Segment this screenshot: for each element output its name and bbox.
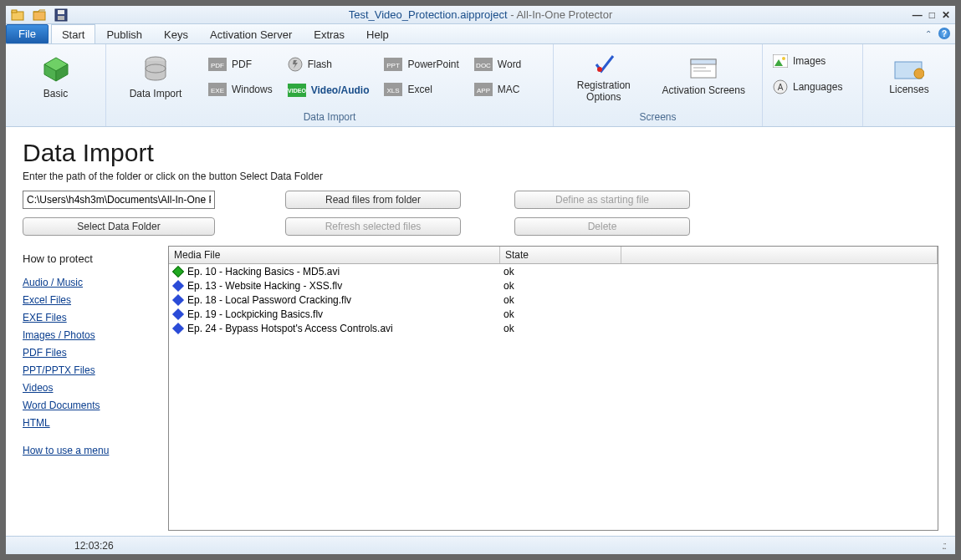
ribbon-basic-label: Basic xyxy=(43,88,68,99)
ribbon-data-import-label: Data Import xyxy=(130,88,182,99)
ribbon-activation-screens[interactable]: Activation Screens xyxy=(657,58,749,96)
file-type-icon xyxy=(172,279,184,291)
ribbon-windows[interactable]: EXEWindows xyxy=(208,83,273,96)
ribbon-data-import[interactable]: Data Import xyxy=(118,54,193,99)
ribbon-group-data-import-label: Data Import xyxy=(106,109,553,126)
app-window: Test_Video_Protection.aipproject - All-I… xyxy=(0,0,961,560)
status-time: 12:03:26 xyxy=(74,540,114,552)
table-row[interactable]: Ep. 13 - Website Hacking - XSS.flvok xyxy=(169,278,938,293)
col-empty xyxy=(621,247,938,263)
svg-text:EXE: EXE xyxy=(211,87,224,94)
link-images[interactable]: Images / Photos xyxy=(23,329,153,341)
menubar: File Start Publish Keys Activation Serve… xyxy=(6,24,955,44)
refresh-files-button[interactable]: Refresh selected files xyxy=(285,217,461,236)
file-type-icon xyxy=(172,322,184,333)
help-sidebar: How to protect Audio / Music Excel Files… xyxy=(23,246,153,531)
table-row[interactable]: Ep. 24 - Bypass Hotspot's Access Control… xyxy=(169,321,938,335)
col-state[interactable]: State xyxy=(500,247,621,263)
file-name: Ep. 19 - Lockpicking Basics.flv xyxy=(187,308,323,320)
file-menu-button[interactable]: File xyxy=(6,24,49,43)
table-row[interactable]: Ep. 10 - Hacking Basics - MD5.aviok xyxy=(169,264,938,278)
tab-help[interactable]: Help xyxy=(355,24,400,43)
ribbon-word[interactable]: DOCWord xyxy=(474,58,521,71)
svg-point-33 xyxy=(782,57,785,60)
ribbon-mac[interactable]: APPMAC xyxy=(474,83,521,96)
svg-text:PPT: PPT xyxy=(387,62,401,69)
ribbon-basic[interactable]: Basic xyxy=(18,54,94,99)
svg-text:XLS: XLS xyxy=(387,87,400,94)
file-name: Ep. 10 - Hacking Basics - MD5.avi xyxy=(187,266,340,277)
ribbon-registration-label: Registration Options xyxy=(577,79,631,103)
link-excel[interactable]: Excel Files xyxy=(23,294,153,306)
doc-icon: DOC xyxy=(474,58,493,71)
svg-text:APP: APP xyxy=(477,87,490,94)
link-html[interactable]: HTML xyxy=(23,417,153,429)
link-ppt[interactable]: PPT/PPTX Files xyxy=(23,364,153,376)
pdf-icon: PDF xyxy=(208,58,227,71)
svg-rect-4 xyxy=(58,10,64,14)
ribbon-powerpoint[interactable]: PPTPowerPoint xyxy=(384,58,458,71)
sidebar-heading: How to protect xyxy=(23,252,153,265)
ribbon-activation-label: Activation Screens xyxy=(662,84,745,96)
link-pdf[interactable]: PDF Files xyxy=(23,347,153,359)
svg-rect-1 xyxy=(12,10,17,13)
media-file-table: Media File State Ep. 10 - Hacking Basics… xyxy=(168,246,938,531)
svg-point-26 xyxy=(597,67,602,72)
lang-icon: A xyxy=(773,79,788,94)
ribbon-licenses[interactable]: Licenses xyxy=(875,59,943,95)
delete-button[interactable]: Delete xyxy=(514,217,690,236)
resize-grip-icon[interactable]: .:: xyxy=(942,540,945,552)
link-videos[interactable]: Videos xyxy=(23,382,153,394)
ribbon-languages[interactable]: ALanguages xyxy=(773,79,842,94)
ribbon-pdf[interactable]: PDFPDF xyxy=(208,58,273,71)
ribbon-images[interactable]: Images xyxy=(773,54,826,68)
tab-extras[interactable]: Extras xyxy=(303,24,355,43)
ribbon: Basic Data Import PDFPDF EXEWindows Flas… xyxy=(6,44,955,127)
folder-path-input[interactable] xyxy=(23,191,215,209)
tab-start[interactable]: Start xyxy=(51,24,95,43)
ppt-icon: PPT xyxy=(384,58,402,71)
collapse-ribbon-icon[interactable]: ⌃ xyxy=(925,29,932,38)
page-subtitle: Enter the path of the folder or click on… xyxy=(23,171,938,182)
titlebar: Test_Video_Protection.aipproject - All-I… xyxy=(6,6,955,24)
video-icon: VIDEO xyxy=(288,84,306,97)
select-data-folder-button[interactable]: Select Data Folder xyxy=(23,217,215,236)
svg-rect-5 xyxy=(58,16,64,20)
table-row[interactable]: Ep. 19 - Lockpicking Basics.flvok xyxy=(169,307,938,321)
content-area: Data Import Enter the path of the folder… xyxy=(6,127,955,536)
save-icon[interactable] xyxy=(54,8,68,22)
open-icon[interactable] xyxy=(11,8,24,22)
link-exe[interactable]: EXE Files xyxy=(23,312,153,323)
file-state: ok xyxy=(504,280,625,292)
file-name: Ep. 24 - Bypass Hotspot's Access Control… xyxy=(187,323,393,334)
link-word[interactable]: Word Documents xyxy=(23,400,153,411)
statusbar: 12:03:26 .:: xyxy=(6,536,955,554)
minimize-button[interactable]: — xyxy=(912,9,923,21)
file-state: ok xyxy=(504,266,625,277)
close-button[interactable]: ✕ xyxy=(942,9,950,21)
page-title: Data Import xyxy=(23,139,938,167)
define-starting-file-button[interactable]: Define as starting file xyxy=(514,191,690,209)
ribbon-flash[interactable]: Flash xyxy=(288,57,370,72)
link-audio[interactable]: Audio / Music xyxy=(23,277,153,288)
tab-activation-server[interactable]: Activation Server xyxy=(199,24,303,43)
file-type-icon xyxy=(172,308,184,319)
folder-icon[interactable] xyxy=(33,8,46,22)
table-header: Media File State xyxy=(169,247,938,264)
help-icon[interactable]: ? xyxy=(938,28,950,39)
table-row[interactable]: Ep. 18 - Local Password Cracking.flvok xyxy=(169,293,938,307)
col-media-file[interactable]: Media File xyxy=(169,247,500,263)
read-files-button[interactable]: Read files from folder xyxy=(285,191,461,209)
tab-keys[interactable]: Keys xyxy=(153,24,199,43)
maximize-button[interactable]: □ xyxy=(929,9,935,21)
table-body: Ep. 10 - Hacking Basics - MD5.aviokEp. 1… xyxy=(169,264,938,530)
tab-publish[interactable]: Publish xyxy=(95,24,153,43)
ribbon-video-audio[interactable]: VIDEOVideo/Audio xyxy=(288,84,370,97)
svg-text:A: A xyxy=(778,83,784,92)
ribbon-registration-options[interactable]: Registration Options xyxy=(566,51,642,103)
ribbon-excel[interactable]: XLSExcel xyxy=(384,83,458,96)
link-howto-menu[interactable]: How to use a menu xyxy=(23,445,153,456)
image-icon xyxy=(773,54,788,68)
database-icon xyxy=(141,54,171,84)
exe-icon: EXE xyxy=(208,83,227,96)
